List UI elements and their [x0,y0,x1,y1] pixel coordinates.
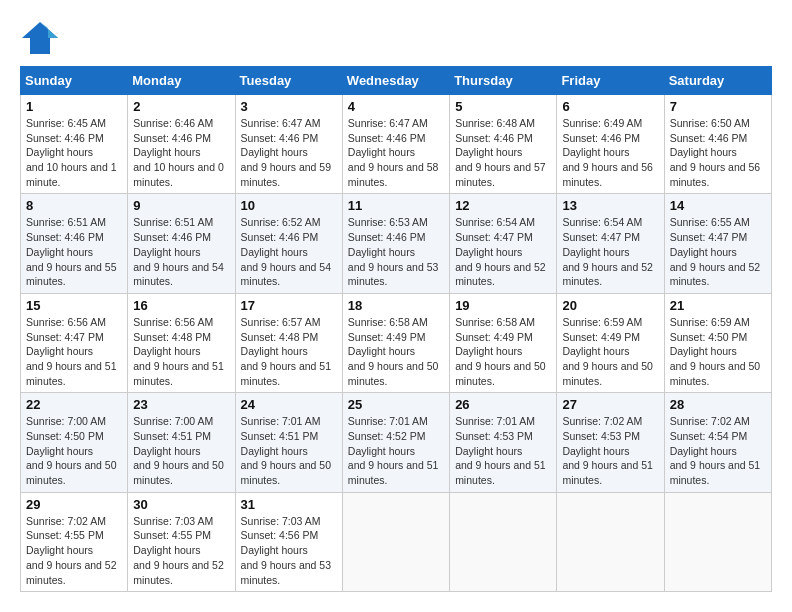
header-wednesday: Wednesday [342,67,449,95]
header-sunday: Sunday [21,67,128,95]
day-info: Sunrise: 6:55 AMSunset: 4:47 PMDaylight … [670,215,766,288]
day-info: Sunrise: 7:00 AMSunset: 4:51 PMDaylight … [133,414,229,487]
day-number: 8 [26,198,122,213]
day-number: 10 [241,198,337,213]
day-cell-3: 3 Sunrise: 6:47 AMSunset: 4:46 PMDayligh… [235,95,342,194]
week-row-2: 8 Sunrise: 6:51 AMSunset: 4:46 PMDayligh… [21,194,772,293]
day-number: 24 [241,397,337,412]
day-cell-31: 31 Sunrise: 7:03 AMSunset: 4:56 PMDaylig… [235,492,342,591]
day-info: Sunrise: 7:01 AMSunset: 4:51 PMDaylight … [241,414,337,487]
day-number: 25 [348,397,444,412]
day-number: 14 [670,198,766,213]
day-info: Sunrise: 6:59 AMSunset: 4:50 PMDaylight … [670,315,766,388]
day-number: 3 [241,99,337,114]
day-cell-17: 17 Sunrise: 6:57 AMSunset: 4:48 PMDaylig… [235,293,342,392]
day-info: Sunrise: 6:56 AMSunset: 4:48 PMDaylight … [133,315,229,388]
day-cell-4: 4 Sunrise: 6:47 AMSunset: 4:46 PMDayligh… [342,95,449,194]
day-number: 29 [26,497,122,512]
day-info: Sunrise: 7:02 AMSunset: 4:53 PMDaylight … [562,414,658,487]
header-monday: Monday [128,67,235,95]
day-info: Sunrise: 7:03 AMSunset: 4:55 PMDaylight … [133,514,229,587]
day-number: 26 [455,397,551,412]
day-number: 7 [670,99,766,114]
day-info: Sunrise: 7:02 AMSunset: 4:55 PMDaylight … [26,514,122,587]
day-number: 18 [348,298,444,313]
day-cell-23: 23 Sunrise: 7:00 AMSunset: 4:51 PMDaylig… [128,393,235,492]
day-info: Sunrise: 7:00 AMSunset: 4:50 PMDaylight … [26,414,122,487]
day-number: 15 [26,298,122,313]
day-cell-14: 14 Sunrise: 6:55 AMSunset: 4:47 PMDaylig… [664,194,771,293]
empty-cell [664,492,771,591]
day-info: Sunrise: 6:49 AMSunset: 4:46 PMDaylight … [562,116,658,189]
day-info: Sunrise: 6:50 AMSunset: 4:46 PMDaylight … [670,116,766,189]
day-number: 20 [562,298,658,313]
day-cell-10: 10 Sunrise: 6:52 AMSunset: 4:46 PMDaylig… [235,194,342,293]
day-cell-18: 18 Sunrise: 6:58 AMSunset: 4:49 PMDaylig… [342,293,449,392]
day-info: Sunrise: 7:03 AMSunset: 4:56 PMDaylight … [241,514,337,587]
day-info: Sunrise: 6:48 AMSunset: 4:46 PMDaylight … [455,116,551,189]
calendar-header-row: SundayMondayTuesdayWednesdayThursdayFrid… [21,67,772,95]
day-cell-16: 16 Sunrise: 6:56 AMSunset: 4:48 PMDaylig… [128,293,235,392]
day-info: Sunrise: 6:58 AMSunset: 4:49 PMDaylight … [348,315,444,388]
day-info: Sunrise: 6:58 AMSunset: 4:49 PMDaylight … [455,315,551,388]
day-info: Sunrise: 6:59 AMSunset: 4:49 PMDaylight … [562,315,658,388]
day-cell-29: 29 Sunrise: 7:02 AMSunset: 4:55 PMDaylig… [21,492,128,591]
day-cell-1: 1 Sunrise: 6:45 AMSunset: 4:46 PMDayligh… [21,95,128,194]
day-number: 17 [241,298,337,313]
week-row-3: 15 Sunrise: 6:56 AMSunset: 4:47 PMDaylig… [21,293,772,392]
day-cell-24: 24 Sunrise: 7:01 AMSunset: 4:51 PMDaylig… [235,393,342,492]
day-info: Sunrise: 6:54 AMSunset: 4:47 PMDaylight … [455,215,551,288]
day-number: 27 [562,397,658,412]
day-cell-6: 6 Sunrise: 6:49 AMSunset: 4:46 PMDayligh… [557,95,664,194]
page-header [20,20,772,56]
day-cell-30: 30 Sunrise: 7:03 AMSunset: 4:55 PMDaylig… [128,492,235,591]
day-cell-13: 13 Sunrise: 6:54 AMSunset: 4:47 PMDaylig… [557,194,664,293]
day-info: Sunrise: 6:53 AMSunset: 4:46 PMDaylight … [348,215,444,288]
day-cell-7: 7 Sunrise: 6:50 AMSunset: 4:46 PMDayligh… [664,95,771,194]
header-friday: Friday [557,67,664,95]
day-number: 12 [455,198,551,213]
day-number: 11 [348,198,444,213]
day-number: 4 [348,99,444,114]
day-cell-19: 19 Sunrise: 6:58 AMSunset: 4:49 PMDaylig… [450,293,557,392]
header-tuesday: Tuesday [235,67,342,95]
day-cell-22: 22 Sunrise: 7:00 AMSunset: 4:50 PMDaylig… [21,393,128,492]
day-number: 16 [133,298,229,313]
day-cell-27: 27 Sunrise: 7:02 AMSunset: 4:53 PMDaylig… [557,393,664,492]
empty-cell [450,492,557,591]
empty-cell [342,492,449,591]
day-cell-28: 28 Sunrise: 7:02 AMSunset: 4:54 PMDaylig… [664,393,771,492]
day-cell-21: 21 Sunrise: 6:59 AMSunset: 4:50 PMDaylig… [664,293,771,392]
logo-icon [20,20,60,56]
day-number: 5 [455,99,551,114]
day-cell-15: 15 Sunrise: 6:56 AMSunset: 4:47 PMDaylig… [21,293,128,392]
day-number: 31 [241,497,337,512]
day-info: Sunrise: 7:01 AMSunset: 4:53 PMDaylight … [455,414,551,487]
day-number: 21 [670,298,766,313]
day-number: 9 [133,198,229,213]
day-info: Sunrise: 6:46 AMSunset: 4:46 PMDaylight … [133,116,229,189]
day-cell-25: 25 Sunrise: 7:01 AMSunset: 4:52 PMDaylig… [342,393,449,492]
header-saturday: Saturday [664,67,771,95]
day-info: Sunrise: 7:02 AMSunset: 4:54 PMDaylight … [670,414,766,487]
week-row-5: 29 Sunrise: 7:02 AMSunset: 4:55 PMDaylig… [21,492,772,591]
header-thursday: Thursday [450,67,557,95]
day-cell-9: 9 Sunrise: 6:51 AMSunset: 4:46 PMDayligh… [128,194,235,293]
day-cell-8: 8 Sunrise: 6:51 AMSunset: 4:46 PMDayligh… [21,194,128,293]
day-number: 22 [26,397,122,412]
day-info: Sunrise: 6:56 AMSunset: 4:47 PMDaylight … [26,315,122,388]
day-info: Sunrise: 6:51 AMSunset: 4:46 PMDaylight … [133,215,229,288]
logo [20,20,60,56]
day-number: 30 [133,497,229,512]
day-info: Sunrise: 6:47 AMSunset: 4:46 PMDaylight … [348,116,444,189]
day-cell-12: 12 Sunrise: 6:54 AMSunset: 4:47 PMDaylig… [450,194,557,293]
day-number: 13 [562,198,658,213]
day-cell-2: 2 Sunrise: 6:46 AMSunset: 4:46 PMDayligh… [128,95,235,194]
day-number: 28 [670,397,766,412]
day-cell-5: 5 Sunrise: 6:48 AMSunset: 4:46 PMDayligh… [450,95,557,194]
calendar-table: SundayMondayTuesdayWednesdayThursdayFrid… [20,66,772,592]
day-info: Sunrise: 6:45 AMSunset: 4:46 PMDaylight … [26,116,122,189]
day-number: 19 [455,298,551,313]
day-number: 1 [26,99,122,114]
day-cell-11: 11 Sunrise: 6:53 AMSunset: 4:46 PMDaylig… [342,194,449,293]
